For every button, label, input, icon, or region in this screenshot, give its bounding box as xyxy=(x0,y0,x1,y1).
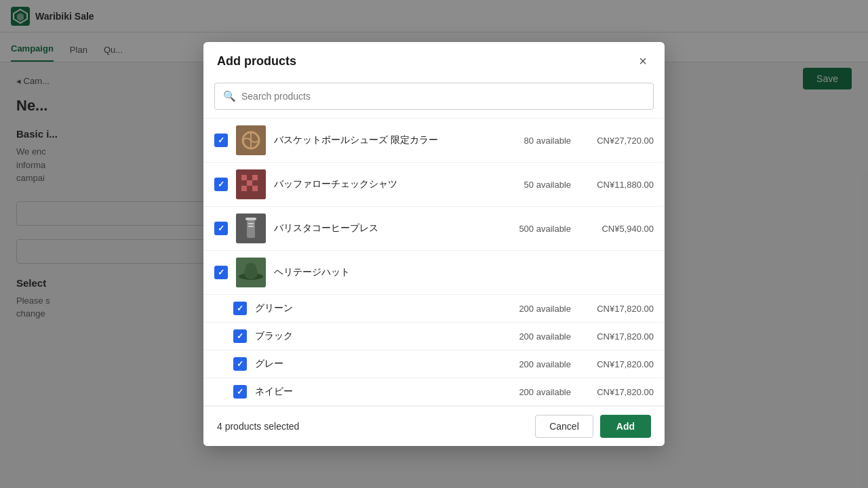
product-checkbox-2[interactable]: ✓ xyxy=(214,178,228,191)
product-name-3: バリスタコーヒープレス xyxy=(274,222,488,235)
product-availability-2: 50 available xyxy=(496,180,571,190)
svg-rect-12 xyxy=(252,180,258,186)
variant-availability-gray: 200 available xyxy=(496,359,571,369)
modal-title: Add products xyxy=(217,54,296,68)
cancel-button[interactable]: Cancel xyxy=(535,415,593,438)
product-availability-3: 500 available xyxy=(496,224,571,234)
variant-row: ✓ ブラック 200 available CN¥17,820.00 xyxy=(203,323,665,350)
modal-overlay: Add products × 🔍 ✓ xyxy=(0,0,868,488)
product-list[interactable]: ✓ バスケットボールシューズ 限定カラー 80 available CN¥27,… xyxy=(203,118,665,406)
product-price-3: CN¥5,940.00 xyxy=(579,224,654,234)
modal-footer: 4 products selected Cancel Add xyxy=(203,406,665,446)
product-price-1: CN¥27,720.00 xyxy=(579,136,654,146)
check-icon-3: ✓ xyxy=(218,224,224,233)
add-button[interactable]: Add xyxy=(600,415,651,438)
product-availability-1: 80 available xyxy=(496,136,571,146)
check-icon-4: ✓ xyxy=(218,268,224,277)
modal-close-button[interactable]: × xyxy=(635,53,651,69)
variant-name-navy: ネイビー xyxy=(255,386,488,398)
variant-checkbox-green[interactable]: ✓ xyxy=(233,302,247,315)
svg-rect-14 xyxy=(247,186,252,191)
product-price-2: CN¥11,880.00 xyxy=(579,180,654,190)
svg-rect-8 xyxy=(247,175,252,180)
product-thumbnail-3 xyxy=(236,214,266,243)
product-name-4: ヘリテージハット xyxy=(274,266,488,279)
svg-rect-9 xyxy=(252,175,258,180)
variant-availability-green: 200 available xyxy=(496,304,571,314)
svg-rect-10 xyxy=(241,180,247,186)
svg-point-24 xyxy=(245,263,256,271)
check-icon-navy: ✓ xyxy=(237,387,243,396)
variant-price-gray: CN¥17,820.00 xyxy=(579,359,654,369)
footer-actions: Cancel Add xyxy=(535,415,651,438)
modal-header: Add products × xyxy=(203,42,665,77)
variant-price-green: CN¥17,820.00 xyxy=(579,304,654,314)
variant-checkbox-navy[interactable]: ✓ xyxy=(233,385,247,399)
product-checkbox-4[interactable]: ✓ xyxy=(214,266,228,279)
variant-checkbox-gray[interactable]: ✓ xyxy=(233,357,247,371)
product-row: ✓ バスケットボールシューズ 限定カラー 80 available CN¥27,… xyxy=(203,119,665,163)
search-input[interactable] xyxy=(241,91,645,102)
check-icon-green: ✓ xyxy=(237,304,243,313)
product-row: ✓ バッファローチェックシ xyxy=(203,163,665,207)
variant-availability-navy: 200 available xyxy=(496,387,571,397)
check-icon-1: ✓ xyxy=(218,136,224,145)
product-thumbnail-1 xyxy=(236,125,266,155)
search-icon: 🔍 xyxy=(223,90,236,102)
svg-rect-7 xyxy=(241,175,247,180)
svg-rect-17 xyxy=(245,218,256,220)
variant-name-green: グリーン xyxy=(255,302,488,314)
search-box: 🔍 xyxy=(214,83,654,110)
add-products-modal: Add products × 🔍 ✓ xyxy=(203,42,665,446)
product-checkbox-1[interactable]: ✓ xyxy=(214,134,228,147)
svg-rect-19 xyxy=(248,223,254,224)
variant-name-gray: グレー xyxy=(255,358,488,370)
product-row: ✓ ヘリテージハット xyxy=(203,251,665,295)
svg-rect-20 xyxy=(248,226,254,227)
variant-row: ✓ グレー 200 available CN¥17,820.00 xyxy=(203,350,665,378)
svg-rect-11 xyxy=(247,180,252,186)
modal-search-area: 🔍 xyxy=(203,77,665,118)
product-checkbox-3[interactable]: ✓ xyxy=(214,222,228,235)
variant-price-black: CN¥17,820.00 xyxy=(579,331,654,342)
product-thumbnail-2 xyxy=(236,169,266,199)
check-icon-black: ✓ xyxy=(237,331,243,341)
variant-row: ✓ ネイビー 200 available CN¥17,820.00 xyxy=(203,378,665,406)
svg-rect-15 xyxy=(252,186,258,191)
svg-rect-13 xyxy=(241,186,247,191)
variant-availability-black: 200 available xyxy=(496,331,571,342)
selected-count: 4 products selected xyxy=(217,421,299,432)
variant-row: ✓ グリーン 200 available CN¥17,820.00 xyxy=(203,295,665,323)
svg-rect-18 xyxy=(247,220,255,238)
variant-price-navy: CN¥17,820.00 xyxy=(579,387,654,397)
check-icon-gray: ✓ xyxy=(237,359,243,369)
variant-name-black: ブラック xyxy=(255,330,488,342)
product-row: ✓ バリスタコーヒープレス 500 available CN¥5,940.00 xyxy=(203,207,665,251)
product-name-2: バッファローチェックシャツ xyxy=(274,178,488,190)
product-thumbnail-4 xyxy=(236,258,266,287)
product-name-1: バスケットボールシューズ 限定カラー xyxy=(274,134,488,146)
variant-checkbox-black[interactable]: ✓ xyxy=(233,329,247,343)
check-icon-2: ✓ xyxy=(218,180,224,189)
